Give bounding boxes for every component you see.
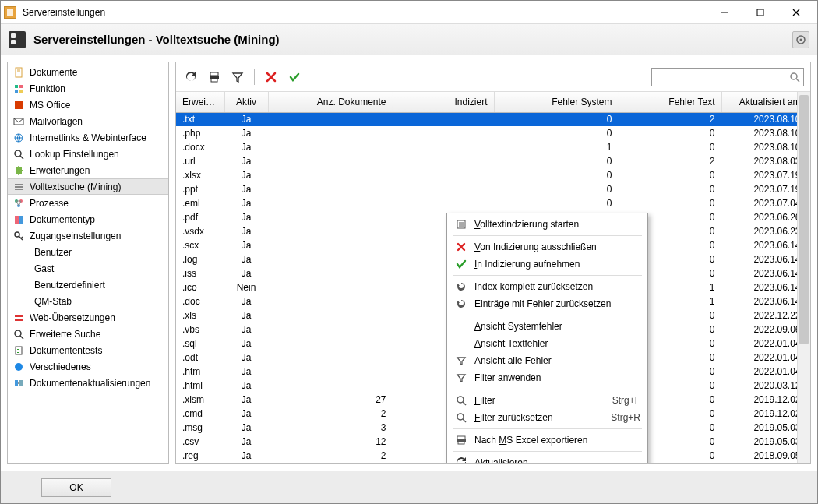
key-icon (12, 230, 25, 242)
scrollbar-thumb[interactable] (799, 95, 809, 344)
table-row[interactable]: .phpJa002023.08.10 (176, 126, 797, 140)
menu-item[interactable]: Aktualisieren (450, 454, 645, 463)
col-fehler-text[interactable]: Fehler Text (619, 92, 721, 112)
sidebar-item-label: Zugangseinstellungen (30, 231, 121, 241)
xred-icon (454, 241, 468, 252)
svg-rect-35 (15, 380, 18, 386)
sidebar-item-label: Dokumente (30, 67, 77, 78)
svg-rect-10 (15, 85, 18, 88)
menu-separator (453, 389, 642, 389)
search-icon (454, 395, 468, 406)
exclude-button[interactable] (263, 69, 280, 86)
menu-item-label: Ansicht Systemfehler (474, 321, 640, 332)
svg-line-49 (463, 419, 466, 422)
svg-point-31 (15, 330, 21, 337)
svg-rect-12 (15, 90, 18, 93)
menu-item[interactable]: In Indizierung aufnehmen (450, 256, 645, 273)
col-anz[interactable]: Anz. Dokumente (268, 92, 393, 112)
col-aktiv[interactable]: Aktiv (224, 92, 268, 112)
menu-item[interactable]: Ansicht Textfehler (450, 335, 645, 352)
sidebar-item-label: Web-Übersetzungen (30, 312, 115, 323)
svg-rect-29 (15, 317, 23, 319)
sidebar-item-funktion[interactable]: Funktion (8, 80, 168, 97)
table-row[interactable]: .urlJa022023.08.03 (176, 154, 797, 168)
sidebar-item-web-bersetzungen[interactable]: Web-Übersetzungen (8, 309, 168, 326)
sidebar-item-dokumententyp[interactable]: Dokumententyp (8, 211, 168, 227)
svg-rect-36 (19, 380, 23, 386)
sidebar-item-erweiterte-suche[interactable]: Erweiterte Suche (8, 326, 168, 342)
menu-item-label: Ansicht Textfehler (474, 338, 640, 349)
col-aktualisiert[interactable]: Aktualisiert am (721, 92, 797, 112)
search-container (651, 68, 804, 86)
ok-button[interactable]: OK (41, 478, 111, 497)
sidebar-item-mailvorlagen[interactable]: Mailvorlagen (8, 113, 168, 129)
svg-rect-20 (15, 186, 23, 188)
svg-rect-14 (15, 101, 23, 109)
maximize-button[interactable] (742, 1, 778, 24)
sidebar-item-label: Lookup Einstellungen (30, 149, 119, 160)
close-button[interactable] (778, 1, 814, 24)
search-input[interactable] (655, 72, 789, 83)
sidebar-item-lookup-einstellungen[interactable]: Lookup Einstellungen (8, 146, 168, 162)
menu-item[interactable]: Einträge mit Fehler zurücksetzen (450, 295, 645, 312)
sidebar-item-ms-office[interactable]: MS Office (8, 97, 168, 113)
menu-item[interactable]: Index komplett zurücksetzen (450, 278, 645, 295)
sidebar-item-dokumente[interactable]: Dokumente (8, 64, 168, 80)
funktion-icon (12, 83, 25, 95)
checkgreen-icon (454, 259, 468, 270)
sidebar-item-zugangseinstellungen[interactable]: Zugangseinstellungen (8, 227, 168, 244)
sidebar-item-label: QM-Stab (34, 296, 72, 307)
svg-rect-25 (15, 216, 19, 224)
puzzle-icon (12, 164, 25, 177)
sidebar-item-volltextsuche-mining-[interactable]: Volltextsuche (Mining) (8, 178, 168, 195)
document-icon (12, 66, 25, 79)
search-icon[interactable] (789, 72, 800, 83)
col-erweiterung[interactable]: Erwei… (176, 92, 224, 112)
include-button[interactable] (286, 69, 303, 86)
menu-item[interactable]: Von Indizierung ausschließen (450, 238, 645, 256)
window-title: Servereinstellungen (23, 7, 707, 18)
sidebar-item-benutzer[interactable]: Benutzer (8, 244, 168, 260)
minimize-button[interactable] (707, 1, 742, 24)
sidebar-item-label: Gast (34, 263, 54, 274)
menu-item[interactable]: Filter zurücksetzenStrg+R (450, 409, 645, 426)
menu-item-label: Index komplett zurücksetzen (474, 281, 640, 292)
sidebar-item-dokumententests[interactable]: Dokumententests (8, 342, 168, 358)
sidebar-item-internetlinks-webinterface[interactable]: Internetlinks & Webinterface (8, 129, 168, 146)
page-header: Servereinstellungen - Volltextsuche (Min… (1, 24, 817, 55)
sidebar-item-dokumentenaktualisierungen[interactable]: Dokumentenaktualisierungen (8, 375, 168, 391)
table-row[interactable]: .pptJa002023.07.19 (176, 182, 797, 196)
menu-item[interactable]: Ansicht Systemfehler (450, 318, 645, 335)
sidebar-item-qm-stab[interactable]: QM-Stab (8, 293, 168, 309)
table-row[interactable]: .emlJa002023.07.04 (176, 196, 797, 210)
menu-item[interactable]: Filter anwenden (450, 369, 645, 386)
menu-item[interactable]: Ansicht alle Fehler (450, 352, 645, 369)
svg-rect-28 (15, 315, 23, 317)
sidebar-item-verschiedenes[interactable]: Verschiedenes (8, 358, 168, 375)
menu-separator (453, 451, 642, 452)
sidebar-item-prozesse[interactable]: Prozesse (8, 195, 168, 211)
col-indiziert[interactable]: Indiziert (393, 92, 494, 112)
filter-button[interactable] (229, 69, 246, 86)
refresh-button[interactable] (182, 69, 199, 86)
tests-icon (12, 344, 25, 357)
col-fehler-system[interactable]: Fehler System (494, 92, 619, 112)
menu-item[interactable]: Volltextindzierung starten (450, 216, 645, 233)
print-button[interactable] (206, 69, 223, 86)
globe-icon (12, 132, 25, 144)
table-row[interactable]: .docxJa102023.08.10 (176, 140, 797, 154)
table-row[interactable]: .txtJa022023.08.10 (176, 112, 797, 126)
scrollbar-track[interactable] (797, 92, 810, 463)
table-row[interactable]: .xlsxJa002023.07.19 (176, 168, 797, 182)
svg-rect-52 (458, 442, 464, 444)
sidebar-item-erweiterungen[interactable]: Erweiterungen (8, 162, 168, 178)
menu-item[interactable]: FilterStrg+F (450, 392, 645, 409)
sidebar-item-benutzerdefiniert[interactable]: Benutzerdefiniert (8, 277, 168, 293)
svg-rect-7 (16, 68, 22, 77)
sidebar-item-gast[interactable]: Gast (8, 260, 168, 277)
refresh-icon (454, 457, 468, 463)
menu-item[interactable]: Nach MS Excel exportieren (450, 432, 645, 449)
svg-point-34 (15, 363, 23, 371)
header-settings-button[interactable] (792, 31, 809, 48)
filter-icon (454, 372, 468, 383)
